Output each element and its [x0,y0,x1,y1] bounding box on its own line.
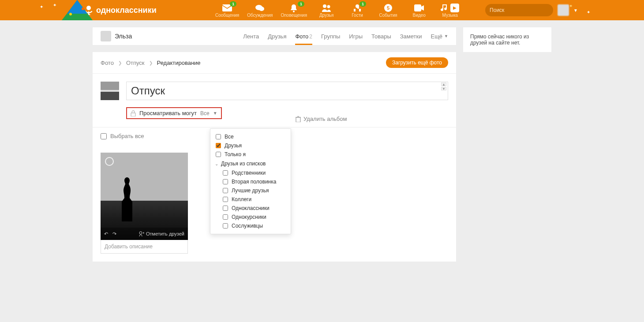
photo-toolbar: ↶ ↷ Отметить друзей [101,228,188,240]
opt-friends-checkbox[interactable] [216,143,221,148]
opt-coursemates[interactable]: Однокурсники [210,213,291,221]
opt-coworkers[interactable]: Сослуживцы [210,221,291,230]
album-title-input[interactable] [126,82,448,100]
tab-groups[interactable]: Группы [321,28,340,45]
lock-icon [131,110,136,116]
upload-more-button[interactable]: Загрузить ещё фото [386,57,448,68]
site-logo[interactable]: одноклассники [84,5,157,15]
rotate-right-icon[interactable]: ↷ [112,231,116,237]
tab-games[interactable]: Игры [349,28,363,45]
photo-select-ring[interactable] [105,157,114,166]
nav-notifications[interactable]: 1 Оповещения [281,3,307,18]
profile-name[interactable]: Эльза [115,33,132,40]
events-icon: 5 [384,3,393,13]
main-panel: Эльза Лента Друзья Фото2 Группы Игры Тов… [93,27,456,262]
chevron-down-icon[interactable]: ▼ [573,8,578,13]
tag-icon[interactable]: Отметить друзей [139,231,184,236]
opt-bestfriends[interactable]: Лучшие друзья [210,186,291,195]
svg-point-23 [139,232,142,234]
opt-checkbox[interactable] [223,214,228,220]
sidebar-empty-text: Прямо сейчас никого из друзей на сайте н… [470,34,529,46]
nav-label: Видео [413,13,426,18]
visibility-label: Просматривать могут [139,110,197,116]
opt-checkbox[interactable] [223,188,228,193]
svg-point-3 [82,7,84,10]
nav-messages[interactable]: 1 Сообщения [215,3,239,18]
spin-up[interactable]: ▲ [441,82,446,86]
nav-label: Музыка [442,13,457,18]
profile-avatar[interactable] [101,31,111,41]
friends-online-panel: Прямо сейчас никого из друзей на сайте н… [463,27,551,52]
opt-relatives[interactable]: Родственники [210,168,291,177]
opt-checkbox[interactable] [223,170,228,176]
search-box[interactable] [485,4,553,16]
opt-friends[interactable]: Друзья [210,141,291,150]
opt-label: Родственники [232,170,266,176]
album-title-wrap [126,82,448,100]
tab-photos[interactable]: Фото2 [295,28,312,45]
opt-lists-header[interactable]: ⌄ Друзья из списков [210,159,291,168]
nav-video[interactable]: Видео [408,3,431,18]
tab-goods[interactable]: Товары [371,28,391,45]
opt-label: Сослуживцы [232,223,263,229]
nav-events[interactable]: 5 События [377,3,400,18]
nav-discussions[interactable]: Обсуждения [247,3,273,18]
visibility-dropdown: Все Друзья Только я ⌄ Друзья из списков … [210,128,291,234]
opt-onlyme-checkbox[interactable] [216,152,221,157]
rotate-left-icon[interactable]: ↶ [104,231,108,237]
svg-rect-11 [354,9,356,11]
tab-feed[interactable]: Лента [243,28,259,45]
svg-text:5: 5 [387,5,389,11]
select-all-checkbox[interactable] [101,133,107,139]
nav-label: Гости [352,13,363,18]
opt-checkbox[interactable] [223,206,228,211]
svg-point-7 [259,7,264,11]
svg-point-9 [323,4,326,8]
badge: 1 [298,1,304,7]
delete-album-link[interactable]: Удалить альбом [296,116,347,122]
opt-label: Все [225,134,234,140]
nav-music[interactable]: ▶ Музыка [438,3,461,18]
spin-down[interactable]: ▼ [441,87,446,90]
tag-friends-label: Отметить друзей [146,231,184,236]
visibility-control: Просматривать могут Все ▼ [126,107,448,119]
nav-guests[interactable]: 1 Гости [346,3,369,18]
opt-all-checkbox[interactable] [216,134,221,139]
user-avatar[interactable] [558,4,569,16]
svg-rect-16 [414,4,421,11]
opt-checkbox[interactable] [223,179,228,184]
search-input[interactable] [490,7,556,13]
nav-friends[interactable]: Друзья [315,3,338,18]
album-cover-thumb[interactable] [101,82,119,100]
photo-card: ↶ ↷ Отметить друзей [101,153,188,254]
opt-checkbox[interactable] [223,197,228,202]
opt-checkbox[interactable] [223,223,228,228]
profile-header: Эльза Лента Друзья Фото2 Группы Игры Тов… [93,27,456,45]
crumb-photos[interactable]: Фото [101,60,114,66]
opt-all[interactable]: Все [210,132,291,141]
svg-rect-19 [131,113,135,116]
opt-classmates[interactable]: Одноклассники [210,204,291,213]
badge: 1 [359,1,366,7]
opt-onlyme[interactable]: Только я [210,150,291,159]
tab-more[interactable]: Ещё▼ [431,28,448,45]
opt-label: Вторая половинка [232,179,276,185]
svg-point-8 [293,11,295,12]
delete-album-label: Удалить альбом [303,116,347,122]
photo-thumbnail[interactable]: ↶ ↷ Отметить друзей [101,153,188,240]
chat-icon [255,3,265,13]
opt-colleagues[interactable]: Коллеги [210,195,291,204]
party-hat-icon [62,0,93,20]
photo-description-input[interactable] [101,240,187,253]
visibility-value: Все [200,110,210,116]
sparkle-icon: ✦ [53,3,56,7]
play-icon: ▶ [450,4,459,12]
tab-friends[interactable]: Друзья [268,28,286,45]
top-nav: 1 Сообщения Обсуждения 1 Оповещения Друз… [215,3,461,18]
sparkle-icon: ✦ [569,4,573,8]
crumb-album[interactable]: Отпуск [126,60,145,66]
visibility-toggle[interactable]: Просматривать могут Все ▼ [126,107,222,119]
tab-notes[interactable]: Заметки [400,28,422,45]
opt-label: Однокурсники [232,214,266,220]
opt-partner[interactable]: Вторая половинка [210,177,291,186]
